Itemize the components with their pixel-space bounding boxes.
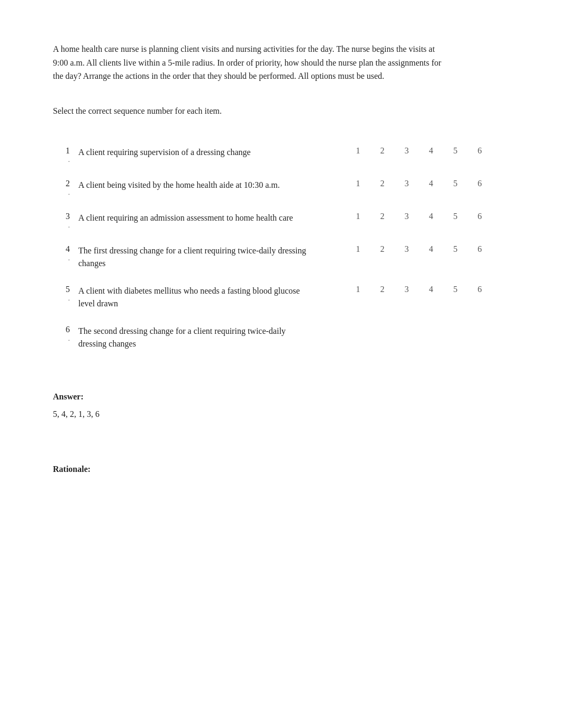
item-text: A client with diabetes mellitus who need… <box>74 277 318 317</box>
seq-option-4[interactable]: 4 <box>427 179 435 188</box>
answer-section: Answer: 5, 4, 2, 1, 3, 6 <box>53 389 509 422</box>
seq-options-cell: 123456 <box>349 277 509 317</box>
seq-option-5[interactable]: 5 <box>451 179 459 188</box>
table-row: 2.A client being visited by the home hea… <box>53 171 509 204</box>
item-text: A client being visited by the home healt… <box>74 171 318 204</box>
item-number: 2. <box>53 171 74 204</box>
seq-option-4[interactable]: 4 <box>427 212 435 221</box>
answer-label: Answer: <box>53 389 509 405</box>
item-number: 3. <box>53 204 74 237</box>
table-row: 3.A client requiring an admission assess… <box>53 204 509 237</box>
item-number: 4. <box>53 237 74 277</box>
seq-option-1[interactable]: 1 <box>353 146 362 156</box>
seq-option-6[interactable]: 6 <box>475 244 484 254</box>
answer-value: 5, 4, 2, 1, 3, 6 <box>53 407 509 422</box>
table-row: 5.A client with diabetes mellitus who ne… <box>53 277 509 317</box>
rationale-label: Rationale: <box>53 465 90 474</box>
seq-option-2[interactable]: 2 <box>378 285 386 294</box>
seq-option-1[interactable]: 1 <box>353 179 362 188</box>
seq-options-cell: 123456 <box>349 171 509 204</box>
seq-option-5[interactable]: 5 <box>451 212 459 221</box>
seq-option-5[interactable]: 5 <box>451 146 459 156</box>
seq-option-3[interactable]: 3 <box>402 146 411 156</box>
seq-option-1[interactable]: 1 <box>353 212 362 221</box>
seq-option-3[interactable]: 3 <box>402 179 411 188</box>
seq-option-2[interactable]: 2 <box>378 212 386 221</box>
seq-options-cell: 123456 <box>349 237 509 277</box>
seq-options-cell: 123456 <box>349 204 509 237</box>
table-row: 6.The second dressing change for a clien… <box>53 317 509 358</box>
table-row: 1.A client requiring supervision of a dr… <box>53 139 509 171</box>
seq-option-2[interactable]: 2 <box>378 179 386 188</box>
seq-option-5[interactable]: 5 <box>451 244 459 254</box>
table-row: 4.The first dressing change for a client… <box>53 237 509 277</box>
seq-option-3[interactable]: 3 <box>402 244 411 254</box>
seq-option-1[interactable]: 1 <box>353 285 362 294</box>
seq-option-6[interactable]: 6 <box>475 179 484 188</box>
seq-option-6[interactable]: 6 <box>475 212 484 221</box>
seq-option-2[interactable]: 2 <box>378 146 386 156</box>
item-number: 6. <box>53 317 74 358</box>
seq-option-6[interactable]: 6 <box>475 146 484 156</box>
item-number: 1. <box>53 139 74 171</box>
seq-option-3[interactable]: 3 <box>402 285 411 294</box>
items-table: 1.A client requiring supervision of a dr… <box>53 139 509 358</box>
seq-option-6[interactable]: 6 <box>475 285 484 294</box>
instruction: Select the correct sequence number for e… <box>53 104 509 118</box>
seq-option-5[interactable]: 5 <box>451 285 459 294</box>
question-intro: A home health care nurse is planning cli… <box>53 42 450 83</box>
seq-option-1[interactable]: 1 <box>353 244 362 254</box>
item-text: A client requiring an admission assessme… <box>74 204 318 237</box>
seq-option-4[interactable]: 4 <box>427 146 435 156</box>
seq-option-4[interactable]: 4 <box>427 244 435 254</box>
rationale-section: Rationale: <box>53 465 509 474</box>
item-text: The first dressing change for a client r… <box>74 237 318 277</box>
seq-options-cell: 123456 <box>349 139 509 171</box>
item-text: The second dressing change for a client … <box>74 317 318 358</box>
item-text: A client requiring supervision of a dres… <box>74 139 318 171</box>
seq-options-cell <box>349 317 509 358</box>
seq-option-2[interactable]: 2 <box>378 244 386 254</box>
seq-option-3[interactable]: 3 <box>402 212 411 221</box>
seq-option-4[interactable]: 4 <box>427 285 435 294</box>
item-number: 5. <box>53 277 74 317</box>
